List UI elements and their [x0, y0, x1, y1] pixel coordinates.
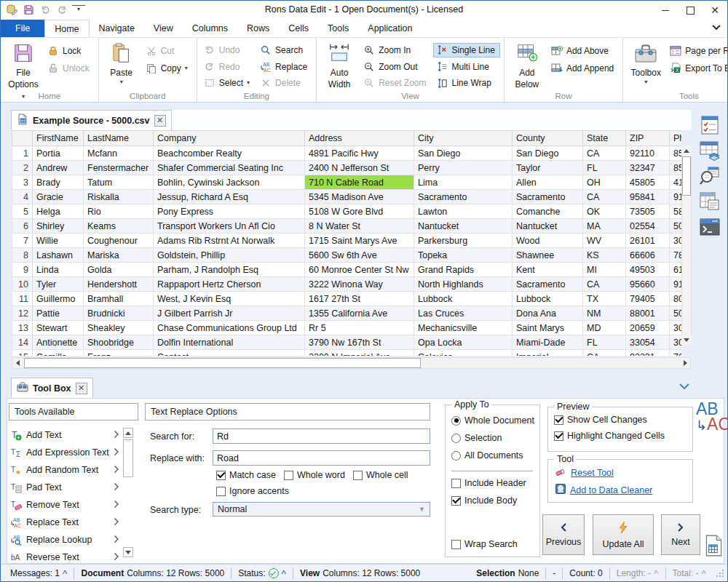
grid-cell[interactable]: 45805: [626, 175, 670, 190]
grid-cell[interactable]: FL: [583, 335, 626, 350]
horizontal-scroll-thumb[interactable]: [24, 358, 421, 368]
grid-cell[interactable]: 26101: [626, 234, 670, 248]
grid-cell[interactable]: Goldstein, Phillip: [154, 248, 305, 263]
replace-with-input[interactable]: [213, 450, 430, 466]
tool-item-add-text[interactable]: TAdd Text: [10, 426, 119, 444]
delete-button[interactable]: Delete: [257, 76, 312, 90]
row-number[interactable]: 12: [12, 306, 33, 321]
column-header[interactable]: Phone: [670, 131, 682, 146]
grid-cell[interactable]: Camilla: [33, 350, 84, 356]
show-cell-changes-checkbox[interactable]: [554, 415, 563, 425]
grid-cell[interactable]: OH: [583, 175, 626, 190]
zoom-out-button[interactable]: Zoom Out: [360, 60, 431, 74]
chevron-right-icon[interactable]: [114, 430, 119, 441]
document-tab[interactable]: Example Source - 5000.csv ✕: [11, 110, 172, 130]
scroll-down-icon[interactable]: [681, 335, 692, 345]
file-options-button[interactable]: File Options ▾: [4, 40, 42, 90]
close-button[interactable]: ✕: [703, 1, 727, 20]
grid-cell[interactable]: 1715 Saint Marys Ave: [305, 234, 414, 248]
column-header[interactable]: Address: [305, 131, 414, 146]
select-button[interactable]: Select ▾: [201, 76, 255, 90]
grid-cell[interactable]: Shoobridge: [84, 335, 154, 350]
length-status[interactable]: Length: -^: [610, 567, 666, 579]
grid-cell[interactable]: 419: [670, 175, 682, 190]
selection-radio[interactable]: [451, 434, 461, 443]
search-form-icon[interactable]: [699, 165, 721, 187]
grid-cell[interactable]: Contact: [154, 350, 305, 356]
grid-cell[interactable]: 304: [670, 234, 682, 248]
grid-cell[interactable]: CA: [583, 190, 626, 204]
tab-columns[interactable]: Columns: [183, 20, 237, 37]
chevron-right-icon[interactable]: [114, 552, 119, 563]
grid-cell[interactable]: Dolfin International: [154, 335, 305, 350]
grid-cell[interactable]: FL: [583, 161, 626, 175]
grid-cell[interactable]: Tyler: [33, 277, 84, 292]
grid-cell[interactable]: 49503: [626, 263, 670, 277]
grid-cell[interactable]: Topeka: [414, 248, 513, 263]
grid-cell[interactable]: San Diego: [414, 146, 513, 161]
row-number[interactable]: 7: [12, 234, 33, 248]
grid-cell[interactable]: Rr 5: [305, 321, 414, 335]
grid-cell[interactable]: Andrew: [33, 161, 84, 175]
chevron-right-icon[interactable]: [114, 465, 119, 476]
grid-cell[interactable]: WV: [583, 234, 626, 248]
grid-cell[interactable]: 33054: [626, 335, 670, 350]
unlock-button[interactable]: Unlock: [44, 60, 95, 76]
wrap-search-checkbox[interactable]: [451, 540, 461, 549]
chevron-right-icon[interactable]: [114, 482, 119, 493]
tools-scroll-down-icon[interactable]: [123, 547, 133, 557]
tool-item-replace-text[interactable]: ABACReplace Text: [10, 514, 119, 531]
column-header[interactable]: County: [513, 131, 583, 146]
row-number[interactable]: 5: [12, 204, 33, 219]
tab-file[interactable]: File: [1, 20, 44, 37]
grid-cell[interactable]: 785: [670, 248, 682, 263]
tool-item-add-random-text[interactable]: T★Add Random Text: [10, 461, 119, 479]
grid-cell[interactable]: MI: [583, 263, 626, 277]
tab-view[interactable]: View: [144, 20, 183, 37]
grid-cell[interactable]: Sheakley: [84, 321, 154, 335]
line-wrap-button[interactable]: Line Wrap: [433, 76, 499, 90]
row-number[interactable]: 10: [12, 277, 33, 292]
all-documents-radio[interactable]: [451, 451, 461, 461]
grid-cell[interactable]: 66606: [626, 248, 670, 263]
grid-cell[interactable]: J Gilbert Parrish Jr: [154, 306, 305, 321]
grid-cell[interactable]: Las Cruces: [414, 306, 513, 321]
match-case-checkbox[interactable]: [216, 471, 226, 480]
grid-cell[interactable]: Grand Rapids: [414, 263, 513, 277]
grid-cell[interactable]: Taylor: [513, 161, 583, 175]
grid-cell[interactable]: CA: [583, 277, 626, 292]
grid-cell[interactable]: West, J Kevin Esq: [154, 292, 305, 306]
grid-cell[interactable]: Brudnicki: [84, 306, 154, 321]
grid-cell[interactable]: 916: [670, 277, 682, 292]
grid-cell[interactable]: Kent: [513, 263, 583, 277]
column-header[interactable]: City: [414, 131, 513, 146]
grid-cell[interactable]: 5600 Sw 6th Ave: [305, 248, 414, 263]
column-header[interactable]: FirstName: [33, 131, 84, 146]
grid-cell[interactable]: 32347: [626, 161, 670, 175]
whole-cell-checkbox[interactable]: [353, 471, 363, 480]
scroll-left-icon[interactable]: [12, 358, 23, 368]
grid-cell[interactable]: Portia: [33, 146, 84, 161]
grid-cell[interactable]: Nantucket: [513, 219, 583, 234]
grid-vertical-scrollbar[interactable]: [681, 146, 692, 345]
grid-cell[interactable]: 305: [670, 335, 682, 350]
auto-width-button[interactable]: Auto Width: [320, 40, 358, 90]
grid-cell[interactable]: Nantucket: [414, 219, 513, 234]
tab-home[interactable]: Home: [44, 20, 89, 37]
undo-button[interactable]: Undo: [201, 43, 255, 57]
vertical-scroll-thumb[interactable]: [682, 156, 691, 196]
include-body-checkbox[interactable]: [451, 496, 461, 506]
grid-cell[interactable]: Guillermo: [33, 292, 84, 306]
column-header[interactable]: LastName: [84, 131, 154, 146]
grid-cell[interactable]: Franz: [84, 350, 154, 356]
reset-tool-link[interactable]: Reset Tool: [571, 468, 614, 478]
grid-cell[interactable]: 508: [670, 219, 682, 234]
replace-button[interactable]: ABAC Replace: [257, 60, 312, 74]
grid-cell[interactable]: Opa Locka: [414, 335, 513, 350]
grid-cell[interactable]: 710 N Cable Road: [305, 175, 414, 190]
grid-cell[interactable]: Sacramento: [513, 190, 583, 204]
grid-cell[interactable]: 3222 Winona Way: [305, 277, 414, 292]
grid-cell[interactable]: Dona Ana: [513, 306, 583, 321]
grid-cell[interactable]: Miami-Dade: [513, 335, 583, 350]
grid-cell[interactable]: 916: [670, 190, 682, 204]
